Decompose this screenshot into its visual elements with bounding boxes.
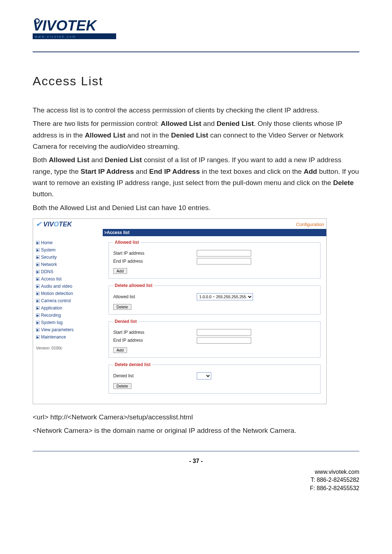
sidebar-item-system-log[interactable]: ▶System log xyxy=(36,319,101,326)
denied-list-select[interactable] xyxy=(197,372,211,379)
sidebar-item-motion[interactable]: ▶Motion detection xyxy=(36,290,101,297)
allowed-list-legend: Allowed list xyxy=(113,240,140,245)
allowed-end-ip-input[interactable] xyxy=(197,258,251,264)
arrow-icon: ▶ xyxy=(36,248,40,252)
allowed-add-button[interactable]: Add xyxy=(113,268,127,274)
end-ip-label-2: End IP address xyxy=(113,338,197,343)
brand-logo: www.vivotek.com VIVOTEK xyxy=(33,15,359,41)
arrow-icon: ▶ xyxy=(36,335,40,339)
arrow-icon: ▶ xyxy=(36,306,40,310)
denied-list-legend: Denied list xyxy=(113,319,138,324)
allowed-start-ip-input[interactable] xyxy=(197,250,251,257)
top-rule xyxy=(33,52,359,52)
delete-allowed-legend: Delete allowed list xyxy=(113,283,154,288)
denied-start-ip-input[interactable] xyxy=(197,329,251,336)
sidebar-item-security[interactable]: ▶Security xyxy=(36,254,101,261)
allowed-list-fieldset: Allowed list Start IP address End IP add… xyxy=(109,240,320,279)
arrow-icon: ▶ xyxy=(36,292,40,295)
arrow-icon: ▶ xyxy=(36,277,40,281)
allowed-list-select[interactable]: 1.0.0.0 ~ 255.255.255.255 xyxy=(197,293,253,300)
paragraph-3: Both Allowed List and Denied List consis… xyxy=(33,154,359,200)
section-titlebar: >Access list xyxy=(103,229,326,236)
version-label: Version: 0100c xyxy=(36,346,101,350)
sidebar-item-access-list[interactable]: ▶Access list xyxy=(36,275,101,283)
page-number: - 37 - xyxy=(33,458,359,464)
sidebar-item-ddns[interactable]: ▶DDNS xyxy=(36,268,101,275)
configuration-link[interactable]: Configuration xyxy=(296,222,324,227)
arrow-icon: ▶ xyxy=(36,284,40,288)
sidebar-item-view-params[interactable]: ▶View parameters xyxy=(36,326,101,333)
logo-text: VIVOTEK xyxy=(33,17,98,33)
url-line: <url> http://<Network Camera>/setup/acce… xyxy=(33,411,359,423)
embedded-ui: ✔ VIVOTEK Configuration >Access list ▶Ho… xyxy=(33,218,327,404)
arrow-icon: ▶ xyxy=(36,255,40,259)
sidebar-item-system[interactable]: ▶System xyxy=(36,246,101,254)
arrow-icon: ▶ xyxy=(36,263,40,266)
sidebar-item-maintenance[interactable]: ▶Maintenance xyxy=(36,333,101,341)
ui-logo: ✔ VIVOTEK xyxy=(36,220,72,228)
url-note: <Network Camera> is the domain name or o… xyxy=(33,425,359,436)
paragraph-4: Both the Allowed List and Denied List ca… xyxy=(33,202,359,213)
denied-delete-button[interactable]: Delete xyxy=(113,383,131,389)
sidebar-item-network[interactable]: ▶Network xyxy=(36,261,101,268)
sidebar-item-recording[interactable]: ▶Recording xyxy=(36,312,101,319)
allowed-delete-button[interactable]: Delete xyxy=(113,304,131,310)
sidebar-item-camera-control[interactable]: ▶Camera control xyxy=(36,297,101,304)
sidebar-item-application[interactable]: ▶Application xyxy=(36,304,101,312)
denied-list-fieldset: Denied list Start IP address End IP addr… xyxy=(109,319,320,358)
start-ip-label-2: Start IP address xyxy=(113,330,197,335)
logo-sub: www.vivotek.com xyxy=(34,35,76,38)
page-title: Access List xyxy=(33,74,359,88)
paragraph-2: There are two lists for permission contr… xyxy=(33,118,359,152)
arrow-icon: ▶ xyxy=(36,328,40,332)
arrow-icon: ▶ xyxy=(36,321,40,324)
footer-fax: F: 886-2-82455532 xyxy=(33,484,359,492)
denied-list-label: Denied list xyxy=(113,373,197,378)
footer-tel: T: 886-2-82455282 xyxy=(33,476,359,484)
delete-allowed-fieldset: Delete allowed list Allowed list 1.0.0.0… xyxy=(109,283,320,315)
footer-site: www.vivotek.com xyxy=(33,468,359,476)
denied-end-ip-input[interactable] xyxy=(197,337,251,344)
arrow-icon: ▶ xyxy=(36,241,40,245)
bottom-rule xyxy=(33,451,359,451)
denied-add-button[interactable]: Add xyxy=(113,347,127,353)
allowed-list-label: Allowed list xyxy=(113,294,197,299)
start-ip-label: Start IP address xyxy=(113,251,197,256)
sidebar-item-home[interactable]: ▶Home xyxy=(36,239,101,246)
sidebar: ▶Home ▶System ▶Security ▶Network ▶DDNS ▶… xyxy=(33,236,103,404)
arrow-icon: ▶ xyxy=(36,299,40,303)
end-ip-label: End IP address xyxy=(113,259,197,264)
arrow-icon: ▶ xyxy=(36,313,40,317)
delete-denied-legend: Delete denied list xyxy=(113,362,152,367)
sidebar-item-audio-video[interactable]: ▶Audio and video xyxy=(36,283,101,290)
delete-denied-fieldset: Delete denied list Denied list Delete xyxy=(109,362,320,394)
arrow-icon: ▶ xyxy=(36,270,40,274)
footer-contact: www.vivotek.com T: 886-2-82455282 F: 886… xyxy=(33,468,359,492)
paragraph-1: The access list is to control the access… xyxy=(33,104,359,116)
